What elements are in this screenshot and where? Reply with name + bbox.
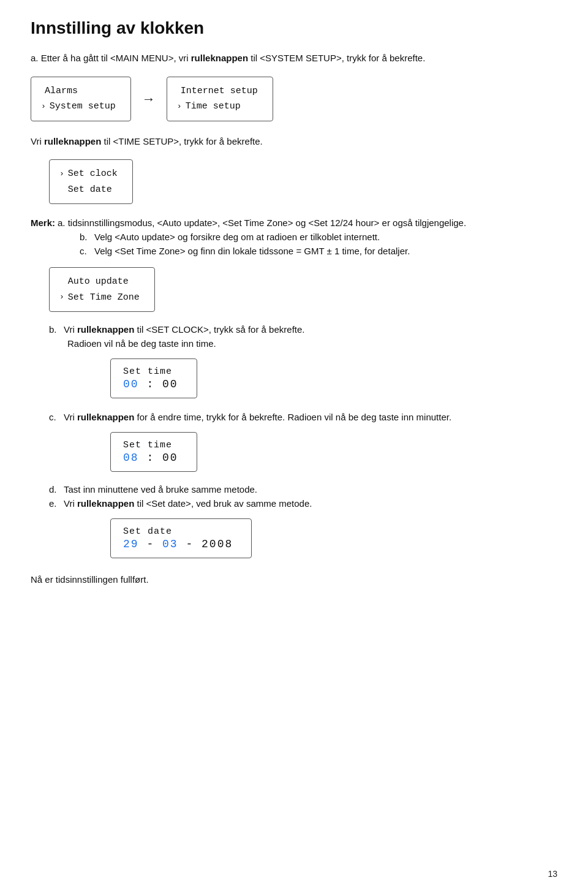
sub-e-label: e. bbox=[49, 498, 61, 509]
arrow-symbol: → bbox=[142, 91, 156, 107]
screen6-blue1: 29 bbox=[123, 538, 139, 550]
screen-left-line2: › System setup bbox=[41, 99, 116, 115]
intro-text2: til <SYSTEM SETUP>, trykk for å bekrefte… bbox=[248, 53, 425, 63]
sub-b-label: b. bbox=[49, 324, 61, 335]
screen-box-3: Auto update › Set Time Zone bbox=[49, 267, 155, 312]
screen5-value-black: 00 bbox=[162, 452, 178, 464]
screen5-value-blue: 08 bbox=[123, 452, 139, 464]
screen6-value: 29 - 03 - 2008 bbox=[123, 538, 233, 550]
screen5-colon: : bbox=[139, 452, 162, 464]
footer-text: Nå er tidsinnstillingen fullført. bbox=[31, 573, 557, 587]
intro-bold1: rulleknappen bbox=[191, 53, 248, 63]
screen5-title: Set time bbox=[123, 440, 178, 450]
vri-1-text1b: til <TIME SETUP>, trykk for å bekrefte. bbox=[101, 136, 262, 146]
screen2-diagram: › Set clock Set date bbox=[49, 154, 557, 209]
sub-b-section: b. Vri rulleknappen til <SET CLOCK>, try… bbox=[31, 324, 557, 404]
vri-1-text1: Vri bbox=[31, 136, 44, 146]
sub-c-label: c. bbox=[49, 412, 61, 422]
screen-left-line1: Alarms bbox=[41, 83, 116, 99]
screen2-line1: › Set clock bbox=[59, 166, 118, 182]
screen-box-right: Internet setup › Time setup bbox=[167, 77, 273, 121]
screen-box-5: Set time 08 : 00 bbox=[110, 432, 197, 472]
merk-row: Merk: a. tidsinnstillingsmodus, <Auto up… bbox=[31, 218, 557, 228]
vri-text-1: Vri rulleknappen til <TIME SETUP>, trykk… bbox=[31, 135, 557, 149]
screen4-value-black: 00 bbox=[162, 378, 178, 390]
page-number: 13 bbox=[548, 869, 557, 879]
sub-d-item: d. Tast inn minuttene ved å bruke samme … bbox=[49, 484, 557, 495]
sub-b-text: b. Vri rulleknappen til <SET CLOCK>, try… bbox=[49, 324, 557, 335]
screen6-title: Set date bbox=[123, 526, 233, 537]
merk-c-label: c. bbox=[80, 246, 92, 256]
intro-section: a. Etter å ha gått til <MAIN MENU>, vri … bbox=[31, 51, 557, 66]
merk-label: Merk: bbox=[31, 218, 55, 228]
merk-c-text: Velg <Set Time Zone> og finn din lokale … bbox=[94, 246, 410, 256]
sub-e-bold: rulleknappen bbox=[77, 498, 134, 509]
merk-a-label: a. bbox=[58, 218, 66, 228]
screen6-blue2: 03 bbox=[162, 538, 178, 550]
merk-b-label: b. bbox=[80, 232, 92, 242]
screen-right-line1: Internet setup bbox=[177, 83, 258, 99]
sub-c-section: c. Vri rulleknappen for å endre time, tr… bbox=[31, 412, 557, 478]
screen3-line1: Auto update bbox=[59, 274, 140, 290]
screen6-black: 2008 bbox=[202, 538, 233, 550]
screen6-sep2: - bbox=[178, 538, 202, 550]
screen-box-4: Set time 00 : 00 bbox=[110, 358, 197, 398]
screen-box-left: Alarms › System setup bbox=[31, 77, 131, 121]
sub-d-label: d. bbox=[49, 484, 61, 495]
vri-1-bold: rulleknappen bbox=[44, 136, 101, 146]
screen-box-2: › Set clock Set date bbox=[49, 159, 133, 204]
screen6-sep1: - bbox=[139, 538, 162, 550]
screen4-value: 00 : 00 bbox=[123, 378, 178, 390]
sub-b-bold: rulleknappen bbox=[77, 324, 134, 335]
screen-arrow-row: Alarms › System setup → Internet setup ›… bbox=[31, 72, 557, 126]
merk-b-item: b. Velg <Auto update> og forsikre deg om… bbox=[80, 232, 557, 242]
screen5-diagram: Set time 08 : 00 bbox=[110, 428, 557, 478]
merk-a-text: a. tidsinnstillingsmodus, <Auto update>,… bbox=[58, 218, 466, 228]
screen3-line2: › Set Time Zone bbox=[59, 290, 140, 306]
merk-a-body: tidsinnstillingsmodus, <Auto update>, <S… bbox=[66, 218, 467, 228]
intro-text1: Etter å ha gått til <MAIN MENU>, vri bbox=[41, 53, 191, 63]
screen4-diagram: Set time 00 : 00 bbox=[110, 355, 557, 404]
screen4-colon: : bbox=[139, 378, 162, 390]
sub-c-bold: rulleknappen bbox=[77, 412, 134, 422]
screen6-diagram: Set date 29 - 03 - 2008 bbox=[110, 515, 557, 564]
sub-b-note: Radioen vil nå be deg taste inn time. bbox=[67, 338, 557, 349]
screen3-diagram: Auto update › Set Time Zone bbox=[49, 262, 557, 317]
merk-c-item: c. Velg <Set Time Zone> og finn din loka… bbox=[80, 246, 557, 256]
screen-right-line2: › Time setup bbox=[177, 99, 258, 115]
merk-b-text: Velg <Auto update> og forsikre deg om at… bbox=[94, 232, 380, 242]
intro-label: a. bbox=[31, 53, 39, 63]
page-title: Innstilling av klokken bbox=[31, 18, 557, 38]
screen4-value-blue: 00 bbox=[123, 378, 139, 390]
screen-box-6: Set date 29 - 03 - 2008 bbox=[110, 518, 252, 558]
sub-d-text: Tast inn minuttene ved å bruke samme met… bbox=[64, 484, 257, 495]
sub-c-text: c. Vri rulleknappen for å endre time, tr… bbox=[49, 412, 557, 422]
screen2-line2: Set date bbox=[59, 182, 118, 198]
screen5-value: 08 : 00 bbox=[123, 452, 178, 464]
screen4-title: Set time bbox=[123, 366, 178, 377]
sub-e-item: e. Vri rulleknappen til <Set date>, ved … bbox=[49, 498, 557, 509]
